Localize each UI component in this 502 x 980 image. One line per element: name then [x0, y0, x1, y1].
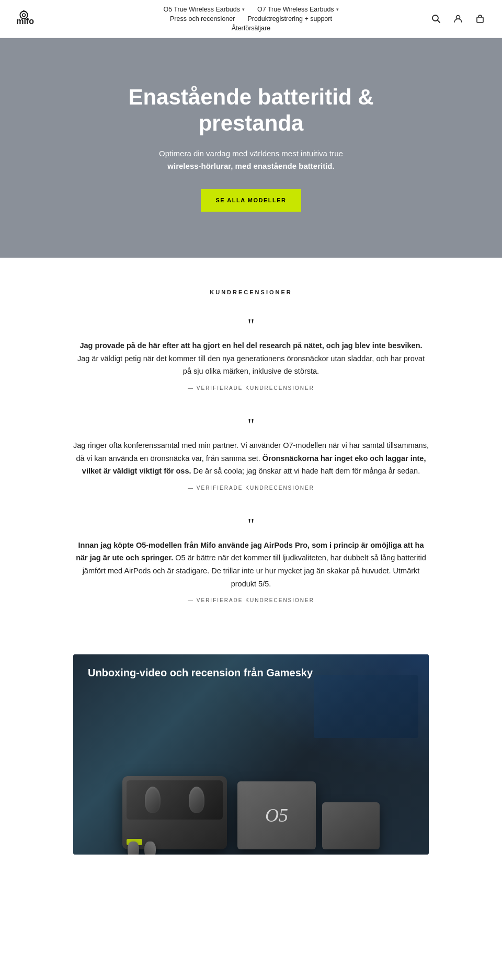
review-source: — VERIFIERADE KUNDRECENSIONER — [73, 385, 429, 391]
review-text: Innan jag köpte O5-modellen från Mifo an… — [73, 539, 429, 591]
svg-line-5 — [438, 20, 440, 22]
cta-button[interactable]: SE ALLA MODELLER — [201, 189, 301, 212]
reviews-section: KUNDRECENSIONER " Jag provade på de här … — [52, 258, 450, 654]
product-case-left — [122, 776, 227, 849]
nav-right — [429, 11, 487, 26]
nav-support[interactable]: Produktregistrering + support — [247, 15, 332, 22]
person-icon — [453, 14, 463, 24]
quote-mark: " — [73, 516, 429, 533]
hero-subtitle: Optimera din vardag med världens mest in… — [99, 147, 403, 172]
search-button[interactable] — [429, 11, 443, 26]
header: mifo O5 True Wireless Earbuds ▾ O7 True … — [0, 0, 502, 38]
nav-o5[interactable]: O5 True Wireless Earbuds ▾ — [163, 6, 245, 13]
video-section: Unboxing-video och recension från Gamesk… — [52, 654, 450, 886]
review-source: — VERIFIERADE KUNDRECENSIONER — [73, 597, 429, 603]
review-item: " Jag ringer ofta konferenssamtal med mi… — [73, 416, 429, 491]
quote-mark: " — [73, 416, 429, 433]
logo-svg: mifo — [15, 6, 56, 31]
hero-section: Enastående batteritid & prestanda Optime… — [0, 38, 502, 258]
reviews-label: KUNDRECENSIONER — [73, 289, 429, 295]
nav-reseller[interactable]: Återförsäljare — [232, 25, 270, 32]
nav-row-top: O5 True Wireless Earbuds ▾ O7 True Wirel… — [163, 6, 338, 13]
logo[interactable]: mifo — [15, 6, 56, 31]
chevron-down-icon: ▾ — [242, 7, 245, 12]
product-boxes-right: O5 — [237, 781, 380, 849]
hero-title: Enastående batteritid & prestanda — [99, 84, 403, 137]
cart-button[interactable] — [473, 11, 487, 26]
product-mockup: O5 — [73, 776, 429, 855]
earbuds-outside — [128, 841, 156, 855]
nav-row-last: Återförsäljare — [232, 25, 270, 32]
video-title: Unboxing-video och recension från Gamesk… — [88, 667, 313, 679]
nav-press[interactable]: Press och recensioner — [170, 15, 235, 22]
hero-content: Enastående batteritid & prestanda Optime… — [99, 84, 403, 212]
login-button[interactable] — [451, 11, 465, 26]
product-box-small — [322, 802, 380, 849]
quote-mark: " — [73, 316, 429, 333]
review-source: — VERIFIERADE KUNDRECENSIONER — [73, 485, 429, 491]
svg-text:mifo: mifo — [16, 17, 34, 26]
review-item: " Innan jag köpte O5-modellen från Mifo … — [73, 516, 429, 604]
product-box-main: O5 — [237, 781, 316, 849]
nav-o7[interactable]: O7 True Wireless Earbuds ▾ — [257, 6, 339, 13]
search-icon — [431, 14, 441, 24]
main-nav: O5 True Wireless Earbuds ▾ O7 True Wirel… — [163, 6, 338, 32]
cart-icon — [475, 14, 485, 24]
svg-rect-7 — [477, 17, 483, 22]
chevron-down-icon: ▾ — [336, 7, 339, 12]
product-label: O5 — [265, 804, 288, 826]
nav-row-bottom: Press och recensioner Produktregistrerin… — [170, 15, 332, 22]
video-wrapper[interactable]: Unboxing-video och recension från Gamesk… — [73, 654, 429, 855]
review-item: " Jag provade på de här efter att ha gjo… — [73, 316, 429, 391]
review-text: Jag ringer ofta konferenssamtal med min … — [73, 439, 429, 478]
svg-point-1 — [22, 14, 26, 17]
video-overlay: Unboxing-video och recension från Gamesk… — [73, 654, 429, 855]
review-text: Jag provade på de här efter att ha gjort… — [73, 339, 429, 378]
